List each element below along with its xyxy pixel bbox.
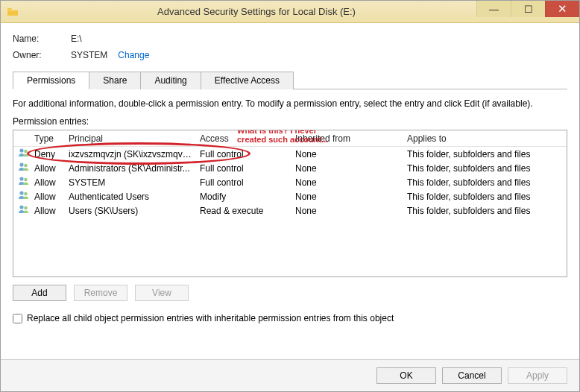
users-icon	[18, 175, 30, 187]
name-value: E:\	[71, 34, 82, 44]
cell-applies: This folder, subfolders and files	[407, 192, 562, 202]
cell-principal: ixzvszmqvzjn (SK\ixzvszmqvzjn)	[69, 149, 200, 159]
minimize-button[interactable]: —	[476, 1, 511, 17]
add-button[interactable]: Add	[13, 285, 66, 301]
cell-access: Modify	[200, 192, 295, 202]
close-button[interactable]: ✕	[545, 1, 579, 17]
security-settings-window: Advanced Security Settings for Local Dis…	[0, 0, 580, 392]
header-inherited[interactable]: Inherited from	[295, 133, 407, 144]
cell-applies: This folder, subfolders and files	[407, 206, 562, 216]
cell-access: Full control	[200, 149, 295, 159]
list-buttons: Add Remove View	[13, 285, 567, 301]
entries-label: Permission entries:	[13, 116, 567, 127]
table-row[interactable]: AllowSYSTEMFull controlNoneThis folder, …	[13, 175, 567, 189]
replace-children-checkbox[interactable]	[13, 314, 22, 323]
content-area: Name: E:\ Owner: SYSTEM Change Permissio…	[1, 23, 579, 359]
apply-button[interactable]: Apply	[508, 367, 567, 384]
cell-applies: This folder, subfolders and files	[407, 177, 562, 188]
cell-inherited: None	[295, 149, 407, 159]
titlebar: Advanced Security Settings for Local Dis…	[1, 1, 579, 23]
cell-access: Full control	[200, 163, 295, 174]
tab-effective-access[interactable]: Effective Access	[201, 72, 294, 89]
tab-share[interactable]: Share	[89, 72, 141, 89]
window-controls: — ☐ ✕	[476, 1, 579, 17]
description-text: For additional information, double-click…	[13, 98, 567, 109]
cell-inherited: None	[295, 192, 407, 202]
users-icon	[18, 147, 30, 159]
svg-point-8	[19, 205, 23, 209]
header-type[interactable]: Type	[34, 133, 69, 144]
tab-auditing[interactable]: Auditing	[141, 72, 201, 89]
name-label: Name:	[13, 34, 71, 44]
cell-principal: Users (SK\Users)	[69, 206, 200, 216]
owner-label: Owner:	[13, 50, 71, 60]
cell-access: Full control	[200, 177, 295, 188]
svg-point-1	[24, 150, 28, 154]
cell-access: Read & execute	[200, 206, 295, 216]
svg-point-2	[19, 162, 23, 166]
cell-type: Allow	[34, 192, 69, 202]
svg-point-7	[24, 192, 28, 196]
header-access[interactable]: Access	[200, 133, 295, 144]
maximize-button[interactable]: ☐	[511, 1, 545, 17]
svg-point-0	[19, 148, 23, 152]
change-owner-link[interactable]: Change	[118, 50, 149, 60]
svg-point-3	[24, 164, 28, 168]
tab-strip: Permissions Share Auditing Effective Acc…	[13, 71, 567, 89]
dialog-footer: OK Cancel Apply	[1, 359, 579, 391]
tab-permissions[interactable]: Permissions	[13, 72, 89, 89]
permission-list[interactable]: Type Principal Access Inherited from App…	[13, 130, 567, 277]
cell-principal: Authenticated Users	[69, 192, 200, 202]
replace-children-checkbox-row[interactable]: Replace all child object permission entr…	[13, 313, 567, 323]
users-icon	[18, 189, 30, 201]
svg-point-4	[19, 177, 23, 180]
cell-applies: This folder, subfolders and files	[407, 163, 562, 174]
cell-inherited: None	[295, 177, 407, 188]
cell-type: Deny	[34, 149, 69, 159]
name-row: Name: E:\	[13, 34, 567, 44]
cell-type: Allow	[34, 163, 69, 174]
owner-value: SYSTEM	[71, 50, 107, 60]
cell-inherited: None	[295, 206, 407, 216]
list-header: Type Principal Access Inherited from App…	[13, 130, 567, 147]
cell-type: Allow	[34, 206, 69, 216]
cancel-button[interactable]: Cancel	[442, 367, 502, 384]
table-row[interactable]: Denyixzvszmqvzjn (SK\ixzvszmqvzjn)Full c…	[13, 147, 567, 161]
cell-applies: This folder, subfolders and files	[407, 149, 562, 159]
header-applies[interactable]: Applies to	[407, 133, 562, 144]
svg-point-5	[24, 178, 28, 182]
users-icon	[18, 161, 30, 173]
cell-principal: SYSTEM	[69, 177, 200, 188]
folder-icon	[7, 6, 19, 18]
svg-point-6	[19, 191, 23, 195]
view-button[interactable]: View	[135, 285, 189, 301]
cell-type: Allow	[34, 177, 69, 188]
table-row[interactable]: AllowAdministrators (SK\Administr...Full…	[13, 161, 567, 175]
remove-button[interactable]: Remove	[74, 285, 127, 301]
owner-row: Owner: SYSTEM Change	[13, 50, 567, 60]
users-icon	[18, 203, 30, 215]
table-row[interactable]: AllowAuthenticated UsersModifyNoneThis f…	[13, 189, 567, 203]
header-principal[interactable]: Principal	[69, 133, 200, 144]
ok-button[interactable]: OK	[376, 367, 436, 384]
replace-children-label: Replace all child object permission entr…	[27, 313, 394, 323]
cell-inherited: None	[295, 163, 407, 174]
table-row[interactable]: AllowUsers (SK\Users)Read & executeNoneT…	[13, 203, 567, 218]
cell-principal: Administrators (SK\Administr...	[69, 163, 200, 174]
svg-point-9	[24, 206, 28, 210]
